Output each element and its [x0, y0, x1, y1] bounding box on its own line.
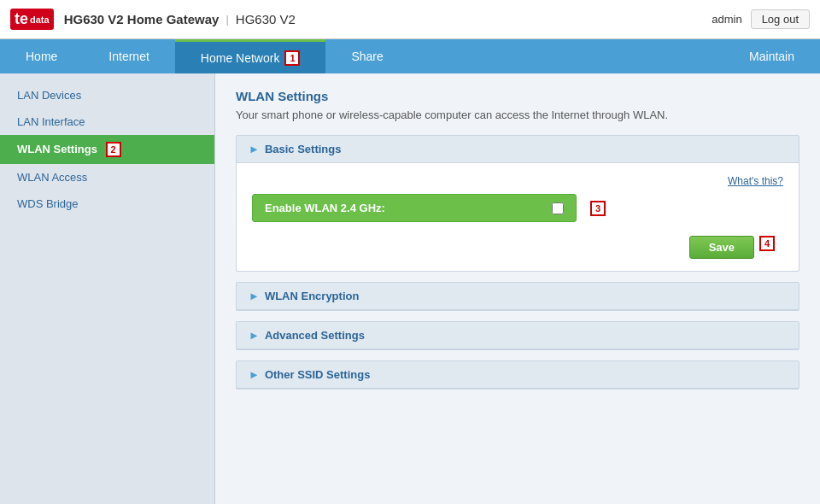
sidebar-item-wds-bridge[interactable]: WDS Bridge — [0, 190, 214, 217]
enable-wlan-label: Enable WLAN 2.4 GHz: — [265, 202, 385, 214]
sidebar: LAN Devices LAN Interface WLAN Settings … — [0, 73, 215, 504]
advanced-settings-label: Advanced Settings — [265, 329, 365, 342]
annotation-2: 2 — [106, 142, 121, 157]
nav-item-home[interactable]: Home — [0, 39, 83, 73]
enable-wlan-row: Enable WLAN 2.4 GHz: — [252, 194, 577, 222]
sidebar-item-wlan-access[interactable]: WLAN Access — [0, 164, 214, 190]
basic-settings-panel: ► Basic Settings What's this? Enable WLA… — [236, 135, 800, 272]
logout-button[interactable]: Log out — [751, 9, 810, 29]
other-ssid-label: Other SSID Settings — [265, 368, 371, 381]
enable-wlan-checkbox[interactable] — [552, 202, 564, 214]
other-ssid-panel: ► Other SSID Settings — [236, 360, 800, 390]
nav-spacer — [409, 39, 723, 73]
main-layout: LAN Devices LAN Interface WLAN Settings … — [0, 73, 820, 504]
wlan-encryption-label: WLAN Encryption — [265, 290, 360, 302]
other-ssid-arrow: ► — [249, 368, 260, 381]
nav-item-home-network[interactable]: Home Network 1 — [175, 39, 326, 73]
save-row: Save 4 — [252, 236, 783, 259]
advanced-settings-arrow: ► — [249, 329, 260, 342]
admin-label: admin — [712, 13, 741, 26]
header-subtitle: HG630 V2 — [236, 12, 296, 26]
annotation-1: 1 — [284, 50, 300, 66]
basic-settings-header[interactable]: ► Basic Settings — [237, 136, 799, 163]
wlan-encryption-arrow: ► — [249, 290, 260, 302]
logo-box: te data — [10, 9, 54, 30]
header-title: HG630 V2 Home Gateway — [64, 12, 220, 26]
other-ssid-header[interactable]: ► Other SSID Settings — [237, 361, 799, 389]
logo-te-text: te — [15, 10, 28, 28]
wlan-encryption-header[interactable]: ► WLAN Encryption — [237, 283, 799, 310]
logo-data-text: data — [30, 15, 50, 25]
header-right: admin Log out — [712, 9, 810, 29]
annotation-4: 4 — [759, 236, 775, 251]
content-area: WLAN Settings Your smart phone or wirele… — [215, 73, 820, 504]
page-description: Your smart phone or wireless-capable com… — [236, 108, 800, 121]
nav-item-internet[interactable]: Internet — [83, 39, 174, 73]
save-button[interactable]: Save — [689, 236, 754, 259]
nav-item-share[interactable]: Share — [325, 39, 408, 73]
whats-this-link[interactable]: What's this? — [252, 175, 783, 187]
main-nav: Home Internet Home Network 1 Share Maint… — [0, 39, 820, 73]
header: te data HG630 V2 Home Gateway | HG630 V2… — [0, 0, 820, 39]
header-separator: | — [226, 13, 228, 26]
advanced-settings-header[interactable]: ► Advanced Settings — [237, 322, 799, 349]
nav-item-maintain[interactable]: Maintain — [723, 39, 820, 73]
sidebar-item-wlan-settings[interactable]: WLAN Settings 2 — [0, 135, 214, 164]
advanced-settings-panel: ► Advanced Settings — [236, 321, 800, 350]
sidebar-item-lan-devices[interactable]: LAN Devices — [0, 82, 214, 108]
basic-settings-body: What's this? Enable WLAN 2.4 GHz: 3 Save… — [237, 163, 799, 271]
logo: te data — [10, 9, 54, 30]
page-title: WLAN Settings — [236, 89, 800, 103]
sidebar-item-lan-interface[interactable]: LAN Interface — [0, 108, 214, 135]
annotation-3: 3 — [590, 201, 606, 216]
wlan-encryption-panel: ► WLAN Encryption — [236, 282, 800, 311]
basic-settings-label: Basic Settings — [265, 143, 342, 155]
basic-settings-arrow: ► — [249, 143, 260, 155]
